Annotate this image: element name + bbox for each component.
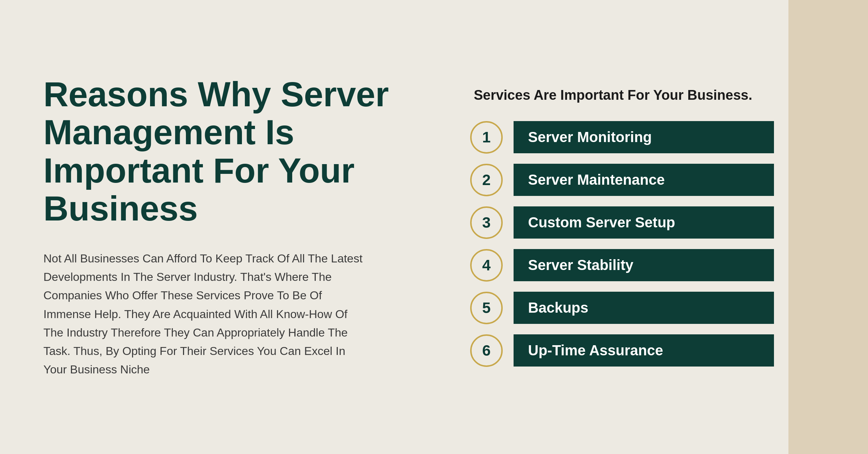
- service-item: 6Up-Time Assurance: [470, 334, 839, 367]
- service-item: 5Backups: [470, 292, 839, 324]
- service-number: 3: [470, 206, 503, 239]
- service-item: 2Server Maintenance: [470, 164, 839, 196]
- right-section: Services Are Important For Your Business…: [434, 0, 868, 454]
- service-label: Backups: [514, 292, 774, 324]
- service-item: 4Server Stability: [470, 249, 839, 282]
- service-label: Up-Time Assurance: [514, 334, 774, 367]
- service-label: Server Maintenance: [514, 164, 774, 196]
- section-subtitle: Services Are Important For Your Business…: [470, 87, 839, 103]
- services-list: 1Server Monitoring2Server Maintenance3Cu…: [470, 121, 839, 367]
- service-label: Custom Server Setup: [514, 206, 774, 239]
- right-content: Services Are Important For Your Business…: [470, 87, 839, 367]
- service-number: 1: [470, 121, 503, 154]
- service-item: 3Custom Server Setup: [470, 206, 839, 239]
- main-title: Reasons Why Server Management Is Importa…: [43, 75, 391, 228]
- service-label: Server Stability: [514, 249, 774, 281]
- page-container: Reasons Why Server Management Is Importa…: [0, 0, 868, 454]
- service-number: 4: [470, 249, 503, 282]
- service-label: Server Monitoring: [514, 121, 774, 153]
- service-number: 5: [470, 292, 503, 324]
- service-number: 2: [470, 164, 503, 196]
- service-number: 6: [470, 334, 503, 367]
- left-section: Reasons Why Server Management Is Importa…: [0, 0, 434, 454]
- description-text: Not All Businesses Can Afford To Keep Tr…: [43, 249, 369, 379]
- service-item: 1Server Monitoring: [470, 121, 839, 154]
